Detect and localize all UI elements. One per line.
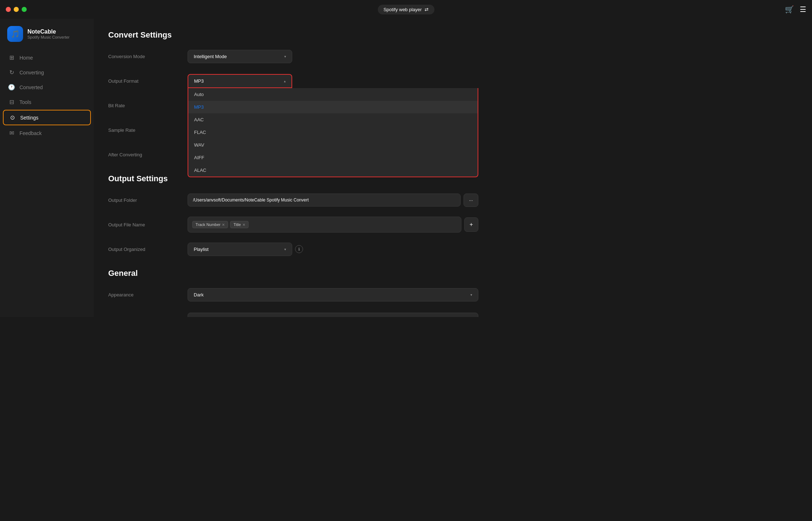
languages-value: English: [194, 317, 209, 317]
tag-title: Title ✕: [230, 221, 248, 228]
logo-icon: 🎵: [7, 26, 23, 42]
app-name: NoteCable: [27, 29, 70, 35]
settings-icon: ⊙: [9, 114, 16, 121]
sidebar-item-settings[interactable]: ⊙ Settings: [3, 110, 91, 125]
browse-folder-button[interactable]: ···: [464, 194, 478, 207]
maximize-button[interactable]: [22, 7, 27, 12]
feedback-icon: ✉: [8, 130, 15, 136]
appearance-control: Dark ▾: [188, 288, 478, 301]
chevron-up-icon: ▴: [284, 79, 286, 83]
after-converting-label: After Converting: [108, 152, 188, 157]
info-button[interactable]: ℹ: [295, 245, 303, 253]
titlebar-center: Spotify web player ⇄: [378, 5, 434, 14]
add-filename-tag-button[interactable]: +: [464, 217, 478, 232]
output-organized-row: Output Organized Playlist ▾ ℹ: [108, 241, 478, 257]
format-option-flac[interactable]: FLAC: [188, 126, 478, 139]
conversion-mode-control: Intelligent Mode ▾: [188, 50, 478, 63]
chevron-down-icon: ▾: [284, 247, 286, 251]
close-button[interactable]: [6, 7, 11, 12]
appearance-dropdown[interactable]: Dark ▾: [188, 288, 478, 301]
format-option-aac[interactable]: AAC: [188, 113, 478, 126]
output-format-control: MP3 ▴ Auto MP3 AAC FLAC WAV AIFF ALAC: [188, 74, 478, 88]
format-option-alac[interactable]: ALAC: [188, 164, 478, 177]
output-organized-value: Playlist: [194, 247, 209, 252]
output-organized-control: Playlist ▾ ℹ: [188, 243, 478, 256]
sidebar-item-label: Home: [19, 55, 33, 61]
spotify-label: Spotify web player: [383, 7, 422, 12]
logo-text: NoteCable Spotify Music Converter: [27, 29, 70, 39]
tag-title-label: Title: [233, 222, 241, 227]
sidebar-item-feedback[interactable]: ✉ Feedback: [3, 126, 91, 140]
output-folder-control: ···: [188, 194, 478, 207]
conversion-mode-label: Conversion Mode: [108, 54, 188, 59]
output-filename-control: Track Number ✕ Title ✕ +: [188, 217, 478, 233]
sidebar-item-label: Tools: [19, 99, 31, 105]
conversion-mode-row: Conversion Mode Intelligent Mode ▾: [108, 48, 478, 64]
sidebar: 🎵 NoteCable Spotify Music Converter ⊞ Ho…: [0, 0, 94, 317]
output-folder-input[interactable]: [188, 194, 461, 207]
format-option-wav[interactable]: WAV: [188, 139, 478, 151]
output-organized-dropdown[interactable]: Playlist ▾: [188, 243, 292, 256]
converting-icon: ↻: [8, 69, 15, 76]
output-format-btn[interactable]: MP3 ▴: [188, 74, 292, 88]
home-icon: ⊞: [8, 54, 15, 61]
tag-track-number: Track Number ✕: [192, 221, 228, 228]
chevron-down-icon: ▾: [470, 293, 472, 297]
appearance-row: Appearance Dark ▾: [108, 287, 478, 303]
filename-tags: Track Number ✕ Title ✕: [188, 217, 461, 233]
sidebar-item-label: Feedback: [19, 130, 41, 136]
tag-track-number-label: Track Number: [196, 222, 220, 227]
logo-emoji: 🎵: [11, 30, 20, 38]
output-folder-label: Output Folder: [108, 197, 188, 203]
main-content: Convert Settings Conversion Mode Intelli…: [94, 0, 493, 317]
minimize-button[interactable]: [14, 7, 19, 12]
languages-label: Languages: [108, 317, 188, 317]
nav-items: ⊞ Home ↻ Converting 🕐 Converted ⊟ Tools …: [0, 51, 94, 317]
sidebar-item-label: Converted: [19, 84, 43, 90]
sample-rate-label: Sample Rate: [108, 127, 188, 133]
traffic-lights: [6, 7, 27, 12]
general-title: General: [108, 269, 478, 278]
languages-dropdown[interactable]: English ▾: [188, 313, 478, 317]
titlebar: Spotify web player ⇄ 🛒 ☰: [0, 0, 493, 19]
filename-row: Track Number ✕ Title ✕ +: [188, 217, 478, 233]
languages-control: English ▾: [188, 313, 478, 317]
conversion-mode-btn[interactable]: Intelligent Mode ▾: [188, 50, 292, 63]
app-logo: 🎵 NoteCable Spotify Music Converter: [0, 19, 94, 51]
tag-track-number-close[interactable]: ✕: [222, 223, 225, 227]
tag-title-close[interactable]: ✕: [242, 223, 245, 227]
conversion-mode-value: Intelligent Mode: [194, 54, 227, 59]
switch-icon: ⇄: [425, 7, 429, 12]
format-option-auto[interactable]: Auto: [188, 88, 478, 101]
organized-row: Playlist ▾ ℹ: [188, 243, 478, 256]
output-organized-label: Output Organized: [108, 247, 188, 252]
output-format-menu: Auto MP3 AAC FLAC WAV AIFF ALAC: [188, 88, 478, 177]
converted-icon: 🕐: [8, 84, 15, 91]
sidebar-item-home[interactable]: ⊞ Home: [3, 51, 91, 65]
sidebar-item-tools[interactable]: ⊟ Tools: [3, 95, 91, 109]
convert-settings-title: Convert Settings: [108, 30, 478, 40]
sidebar-item-label: Settings: [20, 115, 39, 121]
output-folder-row: Output Folder ···: [108, 192, 478, 208]
format-option-aiff[interactable]: AIFF: [188, 151, 478, 164]
tools-icon: ⊟: [8, 99, 15, 105]
languages-row: Languages English ▾: [108, 311, 478, 317]
appearance-value: Dark: [194, 292, 203, 298]
format-option-mp3[interactable]: MP3: [188, 101, 478, 113]
sidebar-item-label: Converting: [19, 70, 44, 75]
spotify-web-player-button[interactable]: Spotify web player ⇄: [378, 5, 434, 14]
app-subtitle: Spotify Music Converter: [27, 35, 70, 39]
output-format-container: MP3 ▴ Auto MP3 AAC FLAC WAV AIFF ALAC: [188, 74, 478, 88]
output-format-value: MP3: [194, 78, 204, 84]
bit-rate-label: Bit Rate: [108, 103, 188, 108]
sidebar-item-converted[interactable]: 🕐 Converted: [3, 80, 91, 94]
chevron-down-icon: ▾: [284, 55, 286, 58]
output-format-label: Output Format: [108, 78, 188, 84]
sidebar-item-converting[interactable]: ↻ Converting: [3, 65, 91, 79]
conversion-mode-dropdown: Intelligent Mode ▾: [188, 50, 292, 63]
folder-row: ···: [188, 194, 478, 207]
output-filename-row: Output File Name Track Number ✕ Title ✕ …: [108, 217, 478, 233]
output-format-row: Output Format MP3 ▴ Auto MP3 AAC FLAC WA…: [108, 73, 478, 89]
appearance-label: Appearance: [108, 292, 188, 298]
output-filename-label: Output File Name: [108, 222, 188, 227]
